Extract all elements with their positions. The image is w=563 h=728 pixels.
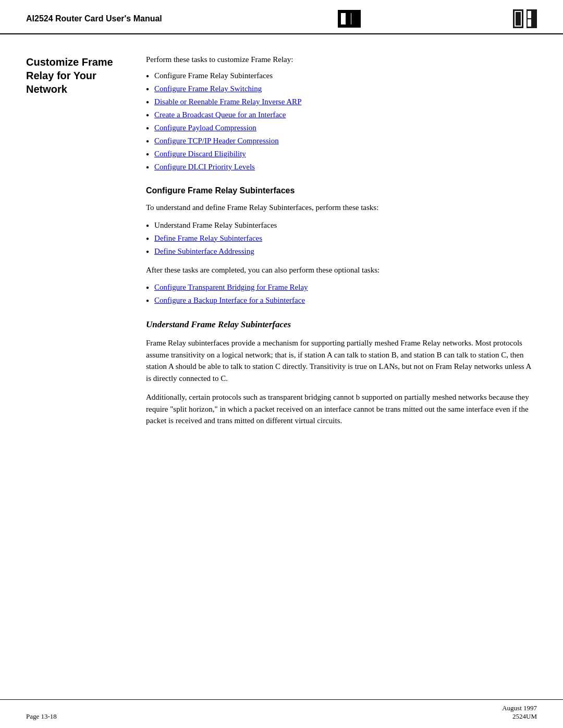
list-item-text: Understand Frame Relay Subinterfaces [154,221,277,230]
list-item: Define Subinterface Addressing [146,247,537,256]
list-item: Configure DLCI Priority Levels [146,163,537,171]
subsection1-after-text: After these tasks are completed, you can… [146,264,537,276]
svg-rect-9 [516,12,521,26]
subsection1-intro: To understand and define Frame Relay Sub… [146,202,537,214]
list-item: Define Frame Relay Subinterfaces [146,234,537,243]
left-column: Customize Frame Relay for Your Network [26,55,141,668]
disable-reenable-link[interactable]: Disable or Reenable Frame Relay Inverse … [154,97,301,106]
footer-date: August 1997 [502,704,537,712]
list-item: Configure TCP/IP Header Compression [146,137,537,145]
header: AI2524 Router Card User's Manual [0,0,563,34]
right-column: Perform these tasks to customize Frame R… [141,55,537,668]
footer-page: Page 13-18 [26,712,57,721]
configure-bridging-link[interactable]: Configure Transparent Bridging for Frame… [154,283,308,292]
list-item: Configure Payload Compression [146,124,537,132]
list-item: Create a Broadcast Queue for an Interfac… [146,110,537,119]
list-item: Configure Discard Eligibility [146,150,537,158]
define-subinterfaces-link[interactable]: Define Frame Relay Subinterfaces [154,234,262,243]
page: AI2524 Router Card User's Manual [0,0,563,728]
configure-backup-link[interactable]: Configure a Backup Interface for a Subin… [154,296,305,305]
configure-switching-link[interactable]: Configure Frame Relay Switching [154,84,262,93]
brand-logo-icon [513,9,537,28]
intro-text: Perform these tasks to customize Frame R… [146,55,537,64]
configure-discard-link[interactable]: Configure Discard Eligibility [154,150,246,158]
svg-rect-5 [351,13,351,24]
header-title: AI2524 Router Card User's Manual [26,14,162,23]
list-item: Disable or Reenable Frame Relay Inverse … [146,97,537,106]
section-heading: Customize Frame Relay for Your Network [26,55,130,96]
footer-doc-id: 2524UM [502,712,537,721]
define-subinterface-addressing-link[interactable]: Define Subinterface Addressing [154,247,254,256]
subsection1-bullet-list: Understand Frame Relay Subinterfaces Def… [146,221,537,256]
configure-payload-link[interactable]: Configure Payload Compression [154,124,256,132]
list-item-text: Configure Frame Relay Subinterfaces [154,71,273,80]
create-broadcast-queue-link[interactable]: Create a Broadcast Queue for an Interfac… [154,110,286,119]
main-content: Customize Frame Relay for Your Network P… [0,34,563,699]
subsection2-para1: Frame Relay subinterfaces provide a mech… [146,337,537,384]
list-item: Configure a Backup Interface for a Subin… [146,296,537,305]
subsection1-heading: Configure Frame Relay Subinterfaces [146,186,537,195]
configure-tcpip-link[interactable]: Configure TCP/IP Header Compression [154,137,279,145]
list-item: Configure Frame Relay Subinterfaces [146,71,537,80]
svg-rect-11 [528,11,531,18]
list-item: Configure Frame Relay Switching [146,84,537,93]
subsection2-para2: Additionally, certain protocols such as … [146,391,537,427]
subsection2-heading: Understand Frame Relay Subinterfaces [146,319,537,330]
svg-rect-4 [341,13,346,24]
footer-right: August 1997 2524UM [502,704,537,721]
svg-rect-12 [528,19,531,27]
configure-dlci-link[interactable]: Configure DLCI Priority Levels [154,163,255,171]
subsection1-optional-list: Configure Transparent Bridging for Frame… [146,283,537,305]
list-item: Understand Frame Relay Subinterfaces [146,221,537,230]
top-bullet-list: Configure Frame Relay Subinterfaces Conf… [146,71,537,171]
footer: Page 13-18 August 1997 2524UM [0,699,563,728]
header-logo [338,10,361,28]
list-item: Configure Transparent Bridging for Frame… [146,283,537,292]
